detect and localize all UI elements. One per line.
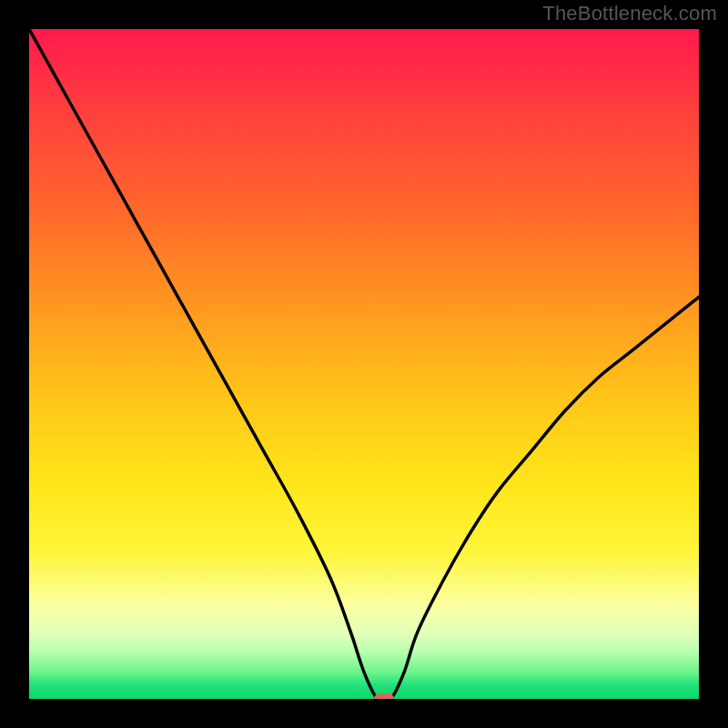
bottleneck-curve (29, 29, 699, 699)
chart-frame: TheBottleneck.com (0, 0, 728, 728)
plot-area (29, 29, 699, 699)
watermark-text: TheBottleneck.com (542, 2, 717, 25)
min-marker (374, 693, 394, 699)
